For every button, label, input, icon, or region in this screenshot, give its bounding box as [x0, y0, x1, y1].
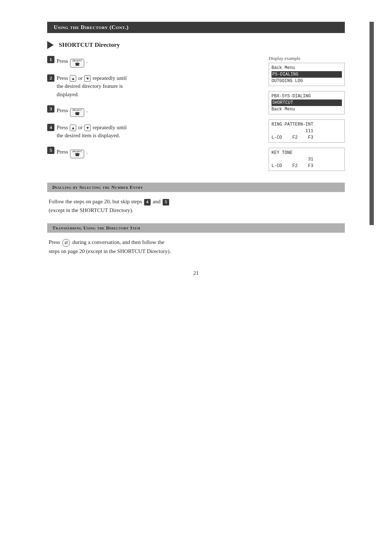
step-2-content: Press ▲ or ▼ repeatedly until the desire…	[57, 74, 127, 99]
display-box-1: Back Menu PS-DIALING OUTGOING LOG	[269, 63, 345, 86]
display-box-3: RING PATTERN-INT 111 L-CO F2 F3	[269, 119, 345, 143]
display-2-line-2: SHORTCUT	[271, 99, 342, 106]
down-key-4[interactable]: ▼	[84, 125, 91, 131]
display-1-line-3: OUTGOING LOG	[271, 78, 303, 83]
select-btn-3[interactable]: SELECT ☎	[70, 105, 84, 117]
right-accent-bar	[369, 22, 374, 225]
dialling-header-text: Dialling by Selecting the Number Entry	[52, 184, 143, 190]
main-section-header: Using the Directory (Cont.)	[47, 22, 345, 33]
main-header-text: Using the Directory (Cont.)	[54, 24, 128, 30]
dialling-body: Follow the steps on page 20, but skip st…	[47, 197, 345, 215]
step-5-content: Press SELECT ☎ .	[57, 146, 87, 158]
page-content: Using the Directory (Cont.) SHORTCUT Dir…	[47, 0, 345, 305]
display-box-4: KEY TONE 31 L-CO F2 F3	[269, 148, 345, 171]
up-key-2[interactable]: ▲	[70, 75, 76, 82]
dialling-text2: (except in the SHORTCUT Directory).	[49, 207, 133, 213]
display-2-line-3: Back Menu	[271, 107, 295, 112]
transferring-section: Transferring Using the Directory Item Pr…	[47, 223, 345, 256]
dialling-text-before: Follow the steps on page 20, but skip st…	[49, 199, 142, 204]
step-1-content: Press SELECT ☎ .	[57, 56, 87, 68]
step-1-row: 1 Press SELECT ☎ .	[47, 56, 258, 68]
step-4-row: 4 Press ▲ or ▼ repeatedly until the desi…	[47, 123, 258, 140]
step-1-num: 1	[47, 56, 54, 63]
display-4-line-1: KEY TONE	[271, 150, 293, 155]
shortcut-title-text: SHORTCUT Directory	[59, 41, 120, 49]
arrow-icon	[47, 41, 54, 49]
dialling-section: Dialling by Selecting the Number Entry F…	[47, 183, 345, 215]
display-4-line-2: 31	[271, 157, 313, 162]
down-key-2[interactable]: ▼	[84, 75, 91, 82]
transferring-body: Press ⇄ during a conversation, and then …	[47, 238, 345, 256]
steps-left: 1 Press SELECT ☎ . 2	[47, 56, 258, 165]
step-3-num: 3	[47, 105, 54, 113]
dialling-and: and	[153, 199, 161, 204]
dialling-step4-badge: 4	[144, 199, 151, 205]
shortcut-title-row: SHORTCUT Directory	[47, 41, 345, 49]
up-key-4[interactable]: ▲	[70, 125, 76, 131]
steps-area: 1 Press SELECT ☎ . 2	[47, 56, 345, 176]
display-2-line-1: PBX-SYS-DIALING	[271, 94, 311, 99]
step-2-num: 2	[47, 74, 54, 82]
dialling-header: Dialling by Selecting the Number Entry	[47, 183, 345, 192]
display-box-2: PBX-SYS-DIALING SHORTCUT Back Menu	[269, 91, 345, 114]
step-3-row: 3 Press SELECT ☎ .	[47, 105, 258, 117]
select-btn-5[interactable]: SELECT ☎	[70, 146, 84, 158]
select-btn-1[interactable]: SELECT ☎	[70, 56, 84, 68]
transferring-header: Transferring Using the Directory Item	[47, 223, 345, 233]
transferring-header-text: Transferring Using the Directory Item	[52, 225, 140, 231]
display-3-line-1: RING PATTERN-INT	[271, 122, 313, 127]
display-3-line-2: 111	[271, 129, 313, 134]
display-4-line-3: L-CO F2 F3	[271, 163, 313, 168]
display-1-line-1: Back Menu	[271, 65, 295, 70]
page-wrapper: Using the Directory (Cont.) SHORTCUT Dir…	[0, 0, 392, 554]
display-examples-column: Display example Back Menu PS-DIALING OUT…	[269, 56, 345, 176]
display-3-line-3: L-CO F2 F3	[271, 135, 313, 140]
display-example-label: Display example	[269, 56, 345, 61]
step-4-num: 4	[47, 124, 54, 131]
page-number: 21	[47, 270, 345, 276]
transfer-icon[interactable]: ⇄	[62, 239, 70, 247]
dialling-step5-badge: 5	[163, 199, 169, 205]
display-1-line-2: PS-DIALING	[271, 71, 342, 78]
step-5-num: 5	[47, 147, 54, 154]
step-3-content: Press SELECT ☎ .	[57, 105, 87, 117]
step-4-content: Press ▲ or ▼ repeatedly until the desire…	[57, 123, 127, 140]
step-2-row: 2 Press ▲ or ▼ repeatedly until the desi…	[47, 74, 258, 99]
step-5-row: 5 Press SELECT ☎ .	[47, 146, 258, 158]
